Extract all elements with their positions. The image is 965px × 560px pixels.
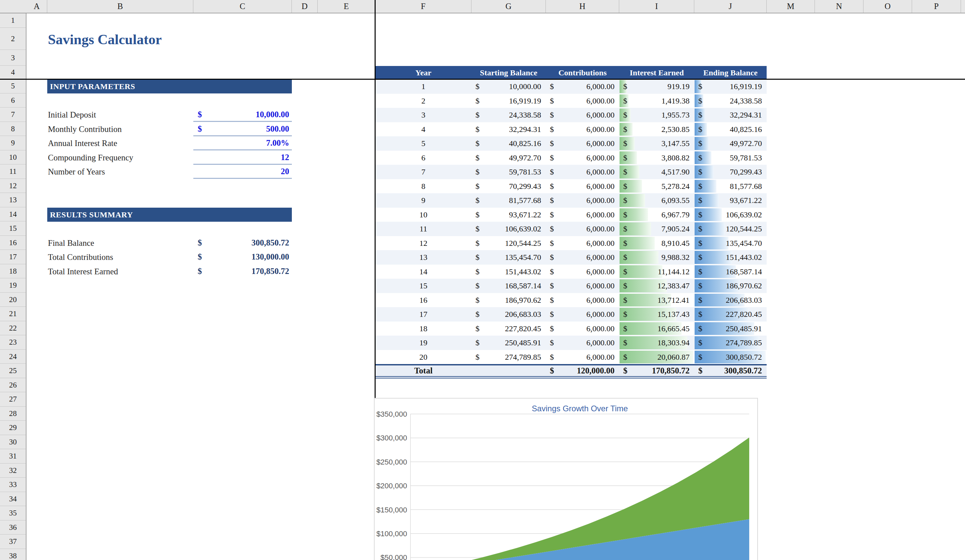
table-cell[interactable]: $250,485.91: [694, 322, 767, 336]
cell-year[interactable]: 20: [375, 350, 471, 364]
column-header-E[interactable]: E: [318, 0, 375, 13]
column-header-O[interactable]: O: [864, 0, 912, 13]
table-cell[interactable]: $151,443.02: [694, 250, 767, 264]
param-value-cell[interactable]: $300,850.72: [193, 236, 292, 250]
table-cell[interactable]: $120,544.25: [694, 222, 767, 236]
column-header-B[interactable]: B: [47, 0, 193, 13]
cell-year[interactable]: 7: [375, 165, 471, 179]
table-cell[interactable]: $59,781.53: [471, 165, 546, 179]
row-header-33[interactable]: 33: [0, 478, 26, 492]
table-cell[interactable]: $186,970.62: [471, 293, 546, 307]
table-cell[interactable]: $7,905.24: [619, 222, 694, 236]
table-cell[interactable]: $1,955.73: [619, 108, 694, 122]
row-header-13[interactable]: 13: [0, 193, 26, 207]
table-cell[interactable]: $206,683.03: [471, 307, 546, 322]
table-cell[interactable]: $6,000.00: [546, 279, 619, 293]
table-cell[interactable]: $151,443.02: [471, 264, 546, 279]
row-header-10[interactable]: 10: [0, 151, 26, 165]
table-cell[interactable]: $6,000.00: [546, 350, 619, 364]
table-cell[interactable]: $10,000.00: [471, 79, 546, 94]
param-value-cell[interactable]: $170,850.72: [193, 264, 292, 279]
row-header-15[interactable]: 15: [0, 222, 26, 236]
table-cell[interactable]: $13,712.41: [619, 293, 694, 307]
row-header-8[interactable]: 8: [0, 122, 26, 136]
cell-year[interactable]: 5: [375, 136, 471, 151]
row-header-32[interactable]: 32: [0, 464, 26, 478]
table-cell[interactable]: $8,910.45: [619, 236, 694, 250]
table-cell[interactable]: $6,000.00: [546, 293, 619, 307]
table-cell[interactable]: $16,919.19: [694, 79, 767, 94]
row-header-35[interactable]: 35: [0, 506, 26, 521]
table-cell[interactable]: $4,517.90: [619, 165, 694, 179]
cell-year[interactable]: 14: [375, 264, 471, 279]
table-cell[interactable]: $24,338.58: [694, 94, 767, 108]
table-cell[interactable]: $6,000.00: [546, 207, 619, 222]
table-cell[interactable]: $168,587.14: [471, 279, 546, 293]
table-cell[interactable]: $919.19: [619, 79, 694, 94]
row-header-4[interactable]: 4: [0, 66, 26, 79]
table-cell[interactable]: $40,825.16: [694, 122, 767, 137]
table-cell[interactable]: $6,000.00: [546, 222, 619, 236]
column-header-M[interactable]: M: [767, 0, 815, 13]
table-cell[interactable]: $6,000.00: [546, 136, 619, 151]
cell-year[interactable]: 16: [375, 293, 471, 307]
table-cell[interactable]: $6,000.00: [546, 264, 619, 279]
row-header-25[interactable]: 25: [0, 364, 26, 378]
cell-year[interactable]: 19: [375, 336, 471, 350]
table-cell[interactable]: $6,000.00: [546, 165, 619, 179]
table-cell[interactable]: $81,577.68: [694, 179, 767, 194]
param-value-cell[interactable]: $500.00: [193, 122, 292, 136]
table-cell[interactable]: $3,147.55: [619, 136, 694, 151]
table-cell[interactable]: $2,530.85: [619, 122, 694, 137]
table-cell[interactable]: $5,278.24: [619, 179, 694, 194]
table-cell[interactable]: $16,919.19: [471, 94, 546, 108]
row-header-3[interactable]: 3: [0, 50, 26, 66]
table-cell[interactable]: $186,970.62: [694, 279, 767, 293]
param-value-cell[interactable]: 7.00%: [193, 136, 292, 150]
cell-year[interactable]: 12: [375, 236, 471, 250]
table-cell[interactable]: $300,850.72: [694, 350, 767, 364]
cell-year[interactable]: 1: [375, 79, 471, 94]
param-value-cell[interactable]: 20: [193, 165, 292, 179]
table-cell[interactable]: $170,850.72: [619, 366, 694, 376]
column-header-I[interactable]: I: [619, 0, 694, 13]
table-cell[interactable]: $93,671.22: [694, 193, 767, 207]
table-cell[interactable]: $135,454.70: [471, 250, 546, 264]
table-cell[interactable]: $6,000.00: [546, 179, 619, 194]
row-header-34[interactable]: 34: [0, 492, 26, 506]
param-value-cell[interactable]: $130,000.00: [193, 250, 292, 264]
cell-year[interactable]: 8: [375, 179, 471, 194]
table-cell[interactable]: $6,000.00: [546, 322, 619, 336]
table-cell[interactable]: $168,587.14: [694, 264, 767, 279]
table-cell[interactable]: $227,820.45: [694, 307, 767, 322]
row-header-38[interactable]: 38: [0, 549, 26, 560]
table-cell[interactable]: $135,454.70: [694, 236, 767, 250]
savings-growth-chart[interactable]: $350,000$300,000$250,000$200,000$150,000…: [374, 398, 758, 560]
table-cell[interactable]: $40,825.16: [471, 136, 546, 151]
table-cell[interactable]: $274,789.85: [471, 350, 546, 364]
column-header-N[interactable]: N: [815, 0, 864, 13]
param-value-cell[interactable]: $10,000.00: [193, 108, 292, 122]
column-header-H[interactable]: H: [546, 0, 619, 13]
cell-year[interactable]: 15: [375, 279, 471, 293]
table-cell[interactable]: $24,338.58: [471, 108, 546, 122]
row-header-12[interactable]: 12: [0, 179, 26, 193]
row-header-23[interactable]: 23: [0, 336, 26, 350]
table-cell[interactable]: $70,299.43: [694, 165, 767, 179]
row-header-24[interactable]: 24: [0, 350, 26, 364]
table-cell[interactable]: $6,000.00: [546, 336, 619, 350]
table-cell[interactable]: $15,137.43: [619, 307, 694, 322]
table-cell[interactable]: $6,000.00: [546, 236, 619, 250]
table-cell[interactable]: $6,000.00: [546, 307, 619, 322]
column-header-D[interactable]: D: [292, 0, 318, 13]
row-header-1[interactable]: 1: [0, 13, 26, 28]
table-cell[interactable]: $70,299.43: [471, 179, 546, 194]
column-header-F[interactable]: F: [375, 0, 471, 13]
table-cell[interactable]: $6,000.00: [546, 151, 619, 165]
table-cell[interactable]: $6,093.55: [619, 193, 694, 207]
table-cell[interactable]: $274,789.85: [694, 336, 767, 350]
table-cell[interactable]: $6,000.00: [546, 250, 619, 264]
row-header-22[interactable]: 22: [0, 322, 26, 336]
table-cell[interactable]: $49,972.70: [471, 151, 546, 165]
table-cell[interactable]: $20,060.87: [619, 350, 694, 364]
